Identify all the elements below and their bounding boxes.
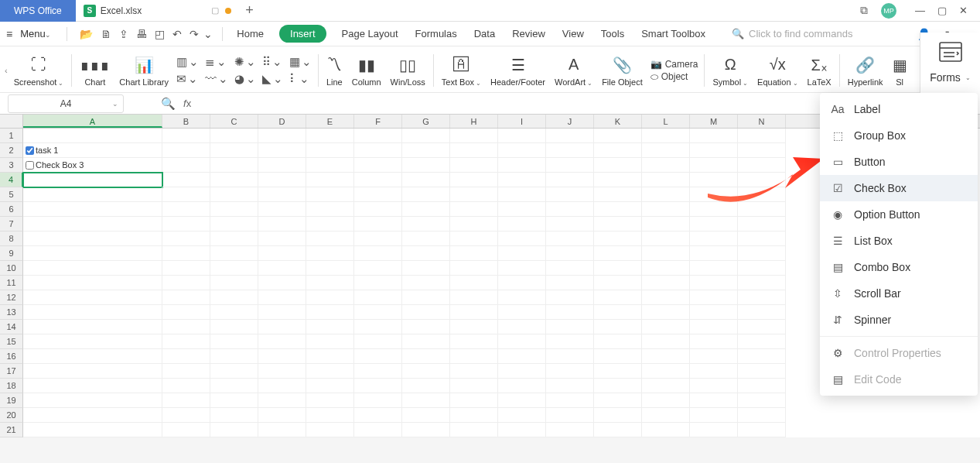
cell-K5[interactable] (594, 187, 642, 202)
cell-L15[interactable] (642, 334, 690, 349)
cell-H15[interactable] (450, 334, 498, 349)
cell-N12[interactable] (738, 290, 786, 305)
cell-L13[interactable] (642, 305, 690, 320)
cell-M7[interactable] (690, 217, 738, 232)
combo-icon[interactable]: ▦⌄ (289, 55, 312, 69)
cell-F7[interactable] (354, 217, 402, 232)
maximize-button[interactable]: ▢ (933, 3, 951, 18)
cell-L4[interactable] (642, 173, 690, 187)
column-header-E[interactable]: E (306, 115, 354, 128)
pie-icon[interactable]: ◕⌄ (234, 72, 256, 86)
cell-D2[interactable] (258, 143, 306, 158)
cell-A12[interactable] (23, 290, 162, 305)
cell-L9[interactable] (642, 246, 690, 261)
command-search[interactable]: 🔍 Click to find commands (732, 28, 852, 39)
cell-D7[interactable] (258, 217, 306, 232)
print-icon[interactable]: 🖶 (136, 28, 147, 40)
cell-K1[interactable] (594, 129, 642, 143)
cell-G3[interactable] (402, 158, 450, 173)
cell-C17[interactable] (210, 364, 258, 379)
cell-M1[interactable] (690, 129, 738, 143)
cell-C2[interactable] (210, 143, 258, 158)
forms-item-spinner[interactable]: ⇵Spinner (820, 307, 978, 333)
cell-J13[interactable] (546, 305, 594, 320)
cell-A16[interactable] (23, 349, 162, 364)
cell-B6[interactable] (162, 202, 210, 217)
row-header-16[interactable]: 16 (0, 349, 23, 364)
select-all-corner[interactable] (0, 115, 23, 128)
cell-G21[interactable] (402, 423, 450, 437)
cell-G12[interactable] (402, 290, 450, 305)
cell-D16[interactable] (258, 349, 306, 364)
cell-J9[interactable] (546, 246, 594, 261)
cell-C8[interactable] (210, 232, 258, 246)
cell-K6[interactable] (594, 202, 642, 217)
cell-K17[interactable] (594, 364, 642, 379)
cell-I20[interactable] (498, 408, 546, 423)
cell-B11[interactable] (162, 276, 210, 290)
cell-H11[interactable] (450, 276, 498, 290)
cell-B16[interactable] (162, 349, 210, 364)
cell-B12[interactable] (162, 290, 210, 305)
cell-K9[interactable] (594, 246, 642, 261)
cell-D6[interactable] (258, 202, 306, 217)
cell-J17[interactable] (546, 364, 594, 379)
cell-A21[interactable] (23, 423, 162, 437)
cell-D5[interactable] (258, 187, 306, 202)
cell-F2[interactable] (354, 143, 402, 158)
cell-M16[interactable] (690, 349, 738, 364)
cell-L1[interactable] (642, 129, 690, 143)
cell-G1[interactable] (402, 129, 450, 143)
cell-M20[interactable] (690, 408, 738, 423)
cell-J16[interactable] (546, 349, 594, 364)
cell-B14[interactable] (162, 320, 210, 334)
histogram-icon[interactable]: ≣⌄ (205, 55, 228, 69)
cell-I6[interactable] (498, 202, 546, 217)
cell-J19[interactable] (546, 393, 594, 408)
cell-N18[interactable] (738, 379, 786, 393)
row-header-1[interactable]: 1 (0, 129, 23, 143)
cell-C21[interactable] (210, 423, 258, 437)
cell-H17[interactable] (450, 364, 498, 379)
cell-G2[interactable] (402, 143, 450, 158)
cell-G4[interactable] (402, 173, 450, 187)
cell-B18[interactable] (162, 379, 210, 393)
cell-F13[interactable] (354, 305, 402, 320)
cell-H3[interactable] (450, 158, 498, 173)
cell-F4[interactable] (354, 173, 402, 187)
tab-insert[interactable]: Insert (279, 25, 326, 43)
cell-J3[interactable] (546, 158, 594, 173)
cell-H16[interactable] (450, 349, 498, 364)
symbol-button[interactable]: Ω Symbol⌄ (708, 49, 753, 92)
cell-L5[interactable] (642, 187, 690, 202)
undo-icon[interactable]: ↶ (172, 28, 182, 40)
cell-M13[interactable] (690, 305, 738, 320)
forms-item-check-box[interactable]: ☑Check Box (820, 175, 978, 201)
cell-G13[interactable] (402, 305, 450, 320)
cell-H2[interactable] (450, 143, 498, 158)
cell-E21[interactable] (306, 423, 354, 437)
cell-A20[interactable] (23, 408, 162, 423)
cell-N17[interactable] (738, 364, 786, 379)
row-header-21[interactable]: 21 (0, 423, 23, 437)
forms-item-list-box[interactable]: ☰List Box (820, 228, 978, 254)
cell-C5[interactable] (210, 187, 258, 202)
cell-N19[interactable] (738, 393, 786, 408)
cell-C1[interactable] (210, 129, 258, 143)
file-object-button[interactable]: 📎 File Object (597, 49, 647, 92)
cell-L17[interactable] (642, 364, 690, 379)
cell-F11[interactable] (354, 276, 402, 290)
cell-N2[interactable] (738, 143, 786, 158)
cell-J4[interactable] (546, 173, 594, 187)
cell-E9[interactable] (306, 246, 354, 261)
cell-K20[interactable] (594, 408, 642, 423)
cell-C13[interactable] (210, 305, 258, 320)
column-header-A[interactable]: A (23, 115, 162, 128)
ribbon-scroll-left[interactable]: ‹ (5, 66, 8, 75)
column-header-H[interactable]: H (450, 115, 498, 128)
cell-L3[interactable] (642, 158, 690, 173)
close-button[interactable]: ✕ (954, 3, 972, 18)
cell-G10[interactable] (402, 261, 450, 276)
cell-C9[interactable] (210, 246, 258, 261)
checkbox-a3[interactable] (26, 161, 34, 170)
